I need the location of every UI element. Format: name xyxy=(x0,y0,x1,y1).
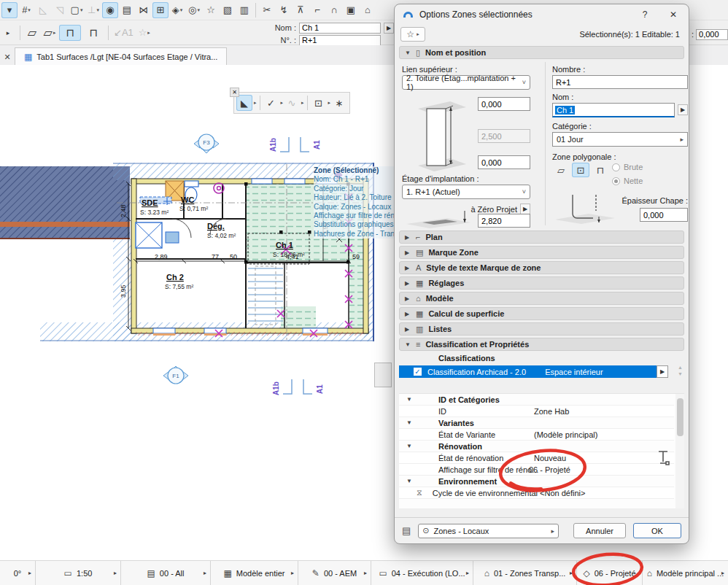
zone-auto-icon[interactable]: ▱ xyxy=(552,163,570,177)
corner-tool-icon[interactable]: ⌐ xyxy=(309,2,325,18)
checkbox-checked-icon[interactable]: ✓ xyxy=(414,368,422,376)
statusbar-scale[interactable]: ▭ 1:50 ▸ xyxy=(35,561,120,585)
scroll-down-icon[interactable]: ▼ xyxy=(678,371,683,377)
section-plan[interactable]: ▶ ⌐ Plan xyxy=(399,230,684,244)
zero-projet-arrow-icon[interactable]: ▶ xyxy=(520,204,530,214)
favorites-icon[interactable]: ☆▸ xyxy=(136,25,152,41)
adjust-tool-icon[interactable]: ↯ xyxy=(276,2,292,18)
elevation-marker-f3[interactable]: F3 xyxy=(194,134,219,153)
radio-brute[interactable]: Brute xyxy=(612,163,643,171)
coordinate-input[interactable] xyxy=(696,29,728,40)
prev-caret-icon[interactable]: ▸ xyxy=(0,25,16,41)
elevation-marker-f1[interactable]: F1 xyxy=(163,366,188,384)
section-marque-zone[interactable]: ▶ ▤ Marque Zone xyxy=(399,246,684,259)
layer-select[interactable]: ⊙ Zones - Locaux ▸ xyxy=(418,524,559,538)
statusbar-model-variant[interactable]: ⌂ Modèle principal ... ▸ xyxy=(642,561,728,585)
classification-row[interactable]: ✓ Classification Archicad - 2.0 Espace i… xyxy=(399,365,668,378)
auto-dimension-icon[interactable]: ▤ xyxy=(119,2,135,18)
circle-tool-icon[interactable]: ◎▾ xyxy=(186,2,202,18)
section-marker-a1-bottom[interactable]: A1 xyxy=(316,384,324,394)
section-modele[interactable]: ▶ ⌂ Modèle xyxy=(399,292,684,305)
statusbar-renovation-filter[interactable]: ◇ 06 - Projeté xyxy=(576,561,642,585)
zone-manual-icon[interactable]: ⊡ xyxy=(572,163,589,177)
caret-icon[interactable]: ▸ xyxy=(301,100,304,106)
property-group[interactable]: ▼ Variantes xyxy=(399,417,674,429)
frame-tool-icon[interactable]: ▢▾ xyxy=(69,2,85,18)
caret-icon[interactable]: ▸ xyxy=(254,100,257,106)
chape-input[interactable] xyxy=(640,208,688,222)
axo-box-icon[interactable]: ▱ xyxy=(24,25,40,41)
property-row-environment[interactable]: ⧖ Cycle de vie environnemental <Non défi… xyxy=(399,487,674,499)
statusbar-graphic-override[interactable]: ⌂ 01 - Zones Transp... ▸ xyxy=(473,561,576,585)
property-row-renovation-filter[interactable]: Affichage sur filtre de réno... 06 - Pro… xyxy=(399,464,674,476)
property-group[interactable]: ▼ Environnement xyxy=(399,476,674,487)
bottom-offset-input[interactable] xyxy=(478,155,530,169)
dialog-titlebar[interactable]: Options Zones sélectionnées ? ✕ xyxy=(395,4,689,25)
tab-surfaces[interactable]: ▦ Tab1 Surfaces /Lgt [NE-04 Surfaces Eta… xyxy=(15,47,227,65)
statusbar-structure-display[interactable]: ▦ Modèle entier ▸ xyxy=(210,561,298,585)
split-tool-icon[interactable]: ✂ xyxy=(259,2,275,18)
section-calcul-superficie[interactable]: ▶ ▦ Calcul de superficie xyxy=(399,307,684,320)
floating-toolbar-close-icon[interactable]: ✕ xyxy=(230,88,239,97)
polyline-icon[interactable]: ✓ xyxy=(263,95,279,111)
caret-icon[interactable]: ▸ xyxy=(281,100,284,106)
drawing-sheet-icon[interactable]: ▧ xyxy=(220,2,236,18)
statusbar-rotation[interactable]: 0° ▸ xyxy=(0,561,35,585)
section-listes[interactable]: ▶ ▥ Listes xyxy=(399,322,684,336)
ok-button[interactable]: OK xyxy=(633,523,681,538)
favorites-star-icon[interactable]: ☆ xyxy=(203,2,219,18)
section-nom-et-position[interactable]: ▼ ▯ Nom et position xyxy=(399,46,684,59)
section-marker-a1b-bottom[interactable]: A1b xyxy=(272,381,280,395)
grid-snap-icon[interactable]: #▾ xyxy=(18,2,34,18)
spline-icon[interactable]: ∿ xyxy=(284,95,300,111)
nom-arrow-icon[interactable]: ▶ xyxy=(678,104,688,115)
axo-box-alt-icon[interactable]: ▱▸ xyxy=(42,25,58,41)
nom-input[interactable]: Ch 1 xyxy=(552,103,675,117)
property-group[interactable]: ▼ Rénovation xyxy=(399,441,674,452)
fillet-tool-icon[interactable]: ∩ xyxy=(326,2,342,18)
scroll-up-icon[interactable]: ▲ xyxy=(678,364,683,371)
section-reglages[interactable]: ▶ ▦ Réglages xyxy=(399,276,684,290)
caret-icon[interactable]: ▸ xyxy=(328,100,331,106)
level-tool-icon[interactable]: ⊼ xyxy=(293,2,309,18)
etage-select[interactable]: 1. R+1 (Actuel) ˅ xyxy=(402,185,530,199)
magic-wand-icon[interactable]: ∗ xyxy=(331,95,347,111)
section-style-texte[interactable]: ▶ A Style de texte Marque de zone xyxy=(399,261,684,274)
properties-scrollbar[interactable] xyxy=(675,394,684,508)
top-offset-input[interactable] xyxy=(478,97,530,111)
plane-tool-icon[interactable]: ◹ xyxy=(52,2,68,18)
edit-nodes-icon[interactable]: ◉ xyxy=(102,2,118,18)
help-button[interactable]: ? xyxy=(634,7,656,23)
arrow-dropdown-icon[interactable]: ▾ xyxy=(1,2,18,18)
height-input[interactable] xyxy=(478,129,530,143)
marquee-icon[interactable]: ⊡ xyxy=(311,95,327,111)
a1-dimension-icon[interactable]: ↙A1 xyxy=(112,25,135,41)
trim-top-icon[interactable]: ⊓ xyxy=(59,25,81,41)
nom-arrow-icon[interactable]: ▶ xyxy=(384,23,394,34)
zero-projet-input[interactable] xyxy=(478,214,530,228)
gravity-tool-icon[interactable]: ◺ xyxy=(35,2,51,18)
nombre-input[interactable] xyxy=(552,75,688,89)
resize-frame-icon[interactable]: ▣ xyxy=(343,2,359,18)
statusbar-dimension-style[interactable]: ▭ 04 - Exécution (LO... ▸ xyxy=(371,561,473,585)
section-marker-a1b-top[interactable]: A1b xyxy=(269,138,277,152)
statusbar-layer-combination[interactable]: ▤ 00 - All ▸ xyxy=(120,561,210,585)
categorie-select[interactable]: 01 Jour ▸ xyxy=(552,132,688,147)
property-row-renovation-state[interactable]: État de rénovation Nouveau xyxy=(399,452,674,464)
property-row[interactable]: État de Variante (Modèle principal) xyxy=(399,429,674,441)
suspend-groups-icon[interactable]: ⊥▾ xyxy=(85,2,101,18)
zone-reference-icon[interactable]: ⊓ xyxy=(592,163,609,177)
trim-bottom-icon[interactable]: ⊓ xyxy=(82,25,104,41)
tab-close-icon[interactable]: ✕ xyxy=(0,49,15,65)
stretch-tool-icon[interactable]: ⋈ xyxy=(136,2,152,18)
section-classification-proprietes[interactable]: ▼ ≡ Classification et Propriétés xyxy=(399,338,684,351)
numero-input[interactable] xyxy=(299,35,381,46)
roof-tool-icon[interactable]: ⌂ xyxy=(360,2,376,18)
lien-superieur-select[interactable]: 2. Toiture (Étag...mplantation + 1) ˅ xyxy=(402,75,530,90)
statusbar-pen-set[interactable]: ✎ 00 - AEM ▸ xyxy=(298,561,371,585)
radio-nette[interactable]: Nette xyxy=(612,177,643,185)
favorites-button[interactable]: ☆ ▸ xyxy=(400,27,425,42)
property-group[interactable]: ▼ ID et Catégories xyxy=(399,394,674,406)
layer-stack-icon[interactable]: ▥ xyxy=(236,2,252,18)
fill-tool-icon[interactable]: ◈▾ xyxy=(169,2,185,18)
